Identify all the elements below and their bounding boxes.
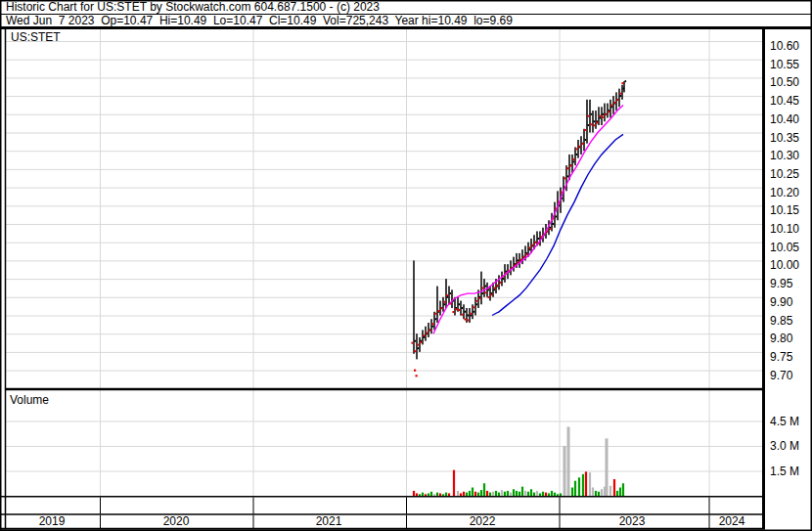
price-tick-label: 10.05	[770, 242, 811, 253]
price-tick-label: 9.90	[770, 296, 811, 308]
volume-tick-label: 4.5 M	[770, 416, 811, 427]
price-tick-label: 10.20	[770, 187, 811, 199]
quote-summary-line: Wed Jun 7 2023 Op=10.47 Hi=10.49 Lo=10.4…	[6, 15, 513, 27]
year-label: 2019	[23, 515, 81, 528]
year-label: 2020	[147, 515, 205, 528]
price-tick-label: 10.30	[770, 150, 811, 161]
stockwatch-historic-chart-window: Historic Chart for US:STET by Stockwatch…	[0, 0, 812, 531]
price-tick-label: 10.00	[770, 259, 811, 271]
price-tick-label: 10.45	[770, 95, 811, 107]
volume-tick-label: 3.0 M	[770, 440, 811, 452]
year-label: 2021	[299, 515, 358, 528]
price-tick-label: 10.35	[770, 132, 811, 144]
price-tick-label: 9.80	[770, 332, 811, 344]
volume-tick-label: 1.5 M	[770, 465, 811, 477]
price-tick-label: 9.70	[770, 370, 811, 381]
year-label: 2022	[453, 515, 512, 528]
price-tick-label: 10.10	[770, 223, 811, 235]
symbol-label: US:STET	[11, 31, 61, 44]
price-tick-label: 10.60	[770, 40, 811, 52]
price-tick-label: 10.40	[770, 113, 811, 125]
volume-panel-label: Volume	[10, 394, 49, 407]
year-label: 2023	[603, 515, 661, 528]
price-tick-label: 9.85	[770, 315, 811, 327]
price-tick-label: 10.25	[770, 168, 811, 180]
price-tick-label: 10.55	[770, 59, 811, 70]
chart-canvas	[0, 0, 812, 531]
price-tick-label: 10.50	[770, 76, 811, 88]
price-tick-label: 9.75	[770, 351, 811, 363]
year-label: 2024	[702, 515, 761, 528]
price-tick-label: 10.15	[770, 204, 811, 216]
chart-title: Historic Chart for US:STET by Stockwatch…	[6, 1, 380, 14]
price-tick-label: 9.95	[770, 278, 811, 289]
